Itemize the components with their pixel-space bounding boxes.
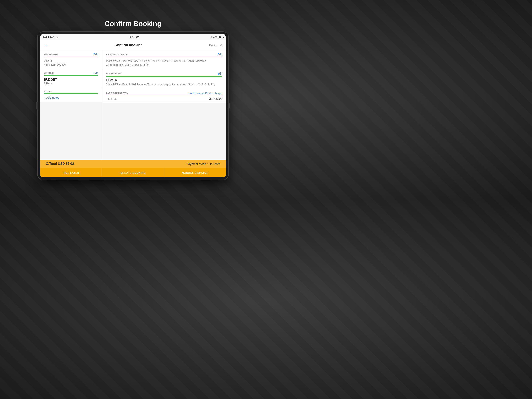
tablet-screen: ∿ 9:41 AM ✳ 42% ← Confirm booking Cancel…	[40, 34, 226, 178]
wifi-icon: ∿	[56, 36, 58, 39]
manual-dispatch-button[interactable]: MANUAL DISPATCH	[164, 168, 226, 178]
vehicle-pass: 1 Pass	[44, 82, 98, 85]
notes-section: NOTES + Add notes	[40, 87, 102, 102]
signal-indicators: ∿	[43, 36, 58, 39]
destination-name: Drive In	[106, 78, 222, 82]
passenger-green-line	[44, 57, 98, 57]
grand-total-text: G.Total USD 87.02	[46, 162, 74, 166]
create-booking-button[interactable]: CREATE BOOKING	[102, 168, 164, 178]
tablet-side-button	[36, 102, 38, 110]
pickup-header: PICKUP LOCATION Edit	[106, 53, 222, 56]
vehicle-label: VEHICLE	[44, 72, 54, 74]
total-fare-row: Total Fare USD 87.02	[106, 97, 222, 100]
content-area: PASSENGER Edit Guest +263 1234567890 VEH…	[40, 50, 226, 160]
right-spacer	[102, 103, 226, 160]
pickup-label: PICKUP LOCATION	[106, 53, 127, 56]
passenger-name: Guest	[44, 59, 98, 63]
battery-fill	[219, 36, 221, 38]
signal-dot-2	[45, 36, 47, 38]
add-notes-button[interactable]: + Add notes	[44, 96, 98, 99]
pickup-section: PICKUP LOCATION Edit Indraprasth Busines…	[102, 50, 226, 69]
cancel-area[interactable]: Cancel ✕	[209, 43, 222, 47]
nav-bar: ← Confirm booking Cancel ✕	[40, 40, 226, 50]
cancel-label: Cancel	[209, 44, 218, 47]
battery-icon	[219, 36, 223, 38]
notes-header: NOTES	[44, 90, 98, 93]
payment-mode-text: Payment Mode : OnBoard	[187, 162, 220, 166]
fare-header: FARE BREAKDOWN + Add discount/Extra char…	[106, 91, 222, 95]
total-fare-label: Total Fare	[106, 97, 118, 100]
destination-address: 2GWJ+PFX, Drive In Rd, Nilmani Society, …	[106, 82, 222, 86]
signal-dot-1	[43, 36, 44, 38]
signal-dot-5	[52, 36, 54, 38]
right-panel: PICKUP LOCATION Edit Indraprasth Busines…	[102, 50, 226, 160]
fare-section: FARE BREAKDOWN + Add discount/Extra char…	[102, 89, 226, 103]
add-discount-button[interactable]: + Add discount/Extra charge	[188, 91, 222, 95]
destination-header: DESTINATION Edit	[106, 72, 222, 75]
pickup-address: Indraprasth Business Park P Gurden, INDR…	[106, 59, 222, 67]
battery-percent: 42%	[213, 36, 218, 39]
total-fare-value: USD 87.02	[209, 97, 222, 100]
close-icon: ✕	[219, 43, 222, 47]
nav-title: Confirm booking	[114, 43, 143, 47]
page-title: Confirm Booking	[105, 20, 161, 28]
tablet-frame: ∿ 9:41 AM ✳ 42% ← Confirm booking Cancel…	[38, 32, 228, 180]
passenger-label: PASSENGER	[44, 53, 58, 56]
passenger-edit-button[interactable]: Edit	[94, 53, 98, 56]
destination-green-line	[106, 76, 222, 77]
status-right-area: ✳ 42%	[210, 36, 223, 39]
passenger-header: PASSENGER Edit	[44, 53, 98, 56]
footer-total: G.Total USD 87.02 Payment Mode : OnBoard	[40, 160, 226, 168]
signal-dot-4	[50, 36, 52, 38]
passenger-section: PASSENGER Edit Guest +263 1234567890	[40, 50, 102, 69]
tablet-power-button	[228, 103, 230, 109]
vehicle-header: VEHICLE Edit	[44, 71, 98, 75]
signal-dot-3	[48, 36, 49, 38]
battery-body	[219, 36, 223, 38]
pickup-green-line	[106, 57, 222, 57]
status-time: 9:41 AM	[129, 36, 139, 39]
notes-label: NOTES	[44, 90, 52, 93]
left-panel: PASSENGER Edit Guest +263 1234567890 VEH…	[40, 50, 102, 160]
fare-label: FARE BREAKDOWN	[106, 92, 128, 94]
vehicle-section: VEHICLE Edit BUDGET 1 Pass	[40, 69, 102, 87]
notes-green-line	[44, 93, 98, 94]
vehicle-edit-button[interactable]: Edit	[94, 71, 98, 75]
vehicle-name: BUDGET	[44, 78, 98, 81]
vehicle-green-line	[44, 75, 98, 76]
footer-actions: RIDE LATER CREATE BOOKING MANUAL DISPATC…	[40, 168, 226, 178]
pickup-edit-button[interactable]: Edit	[217, 53, 222, 56]
ride-later-button[interactable]: RIDE LATER	[40, 168, 102, 178]
bluetooth-icon: ✳	[210, 36, 212, 39]
left-spacer	[40, 102, 102, 160]
status-bar: ∿ 9:41 AM ✳ 42%	[40, 34, 226, 40]
back-button[interactable]: ←	[44, 43, 48, 48]
destination-section: DESTINATION Edit Drive In 2GWJ+PFX, Driv…	[102, 69, 226, 89]
destination-edit-button[interactable]: Edit	[217, 72, 222, 75]
fare-green-line	[106, 95, 222, 95]
passenger-phone: +263 1234567890	[44, 63, 98, 66]
destination-label: DESTINATION	[106, 72, 121, 75]
